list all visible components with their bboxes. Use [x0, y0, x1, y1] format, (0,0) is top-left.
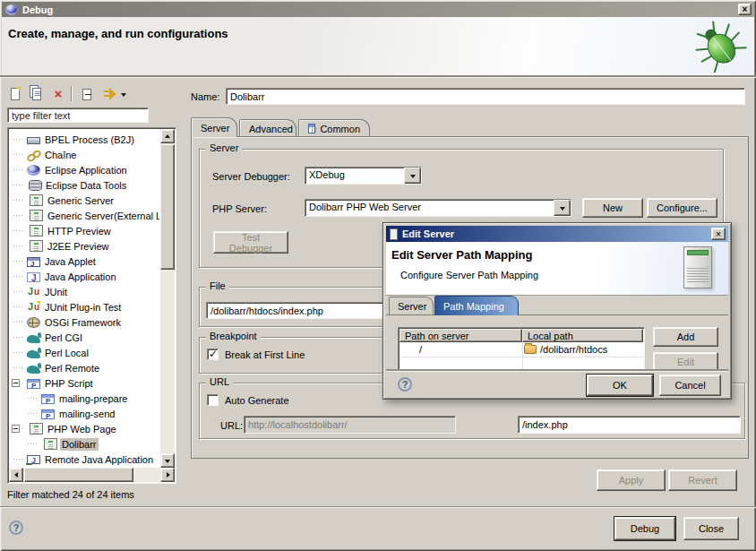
tree-scroll-right-button[interactable]: [160, 468, 175, 482]
edit-mapping-button[interactable]: Edit: [653, 352, 718, 369]
collapse-all-button[interactable]: [77, 85, 97, 103]
tree-item-j2ee-preview[interactable]: J2EE Preview: [9, 238, 159, 254]
url-path-input[interactable]: [518, 416, 741, 434]
tree-item-php-web-page[interactable]: PHP Web Page: [9, 421, 159, 436]
tree-item-mailing-prepare[interactable]: mailing-prepare: [9, 391, 159, 406]
tree-item-php-script[interactable]: PHP Script: [9, 375, 159, 391]
collapse-expander-icon[interactable]: [12, 379, 20, 387]
edit-server-close-button[interactable]: ×: [711, 228, 726, 240]
tree-item-generic-server-external-la[interactable]: Generic Server(External La: [9, 208, 159, 223]
tree-item-dolibarr[interactable]: Dolibarr: [9, 436, 159, 452]
filter-input[interactable]: [7, 108, 149, 123]
tree-scroll-down-button[interactable]: [160, 453, 175, 468]
tree-item-eclipse-data-tools[interactable]: Eclipse Data Tools: [9, 177, 159, 193]
tree-item-junit-plug-in-test[interactable]: JUnit Plug-in Test: [9, 299, 159, 314]
chevron-down-icon[interactable]: [404, 168, 421, 184]
file-group-legend: File: [206, 280, 229, 291]
perl-icon: [27, 350, 40, 358]
server-tower-icon: [30, 423, 43, 435]
tree-item-generic-server[interactable]: Generic Server: [9, 193, 159, 208]
tree-item-bpel-process-b2j[interactable]: BPEL Process (B2J): [9, 132, 159, 147]
edit-server-dialog: Edit Server × Edit Server Path Mapping C…: [382, 222, 732, 400]
toolbar-menu-button[interactable]: [118, 85, 129, 103]
edit-server-content: Path on server Local path / /dolibarr/ht…: [386, 315, 728, 369]
window-close-button[interactable]: ×: [738, 4, 752, 15]
column-path-on-server[interactable]: Path on server: [399, 329, 522, 342]
remote-java-icon: [27, 455, 40, 464]
new-config-icon: [11, 88, 20, 100]
server-tower-icon: [44, 438, 57, 450]
break-at-first-line-checkbox[interactable]: [207, 349, 219, 360]
server-tower-graphic: [683, 246, 712, 288]
tree-item-junit[interactable]: JUnit: [9, 284, 159, 299]
auto-generate-label: Auto Generate: [225, 395, 289, 406]
edit-server-tab-path-mapping[interactable]: Path Mapping: [434, 296, 519, 315]
tree-item-eclipse-application[interactable]: Eclipse Application: [9, 162, 159, 177]
edit-server-tab-server[interactable]: Server: [389, 297, 434, 315]
tree-item-osgi-framework[interactable]: OSGi Framework: [9, 314, 159, 330]
test-debugger-button[interactable]: Test Debugger: [213, 231, 288, 254]
revert-button[interactable]: Revert: [668, 469, 737, 491]
cancel-button[interactable]: Cancel: [659, 375, 721, 396]
path-mapping-row[interactable]: / /dolibarr/htdocs: [399, 342, 643, 357]
tree-scroll-left-button[interactable]: [9, 468, 23, 482]
configure-server-button[interactable]: Configure...: [647, 198, 717, 218]
tree-item-perl-cgi[interactable]: Perl CGI: [9, 330, 159, 345]
tab-common[interactable]: Common: [298, 119, 370, 137]
arrow-up-icon: [165, 132, 170, 138]
collapse-all-icon: [82, 89, 91, 100]
auto-generate-checkbox[interactable]: [207, 394, 219, 406]
new-server-button[interactable]: New: [582, 198, 643, 218]
tree-hscroll-thumb[interactable]: [24, 468, 133, 482]
add-mapping-button[interactable]: Add: [653, 327, 718, 347]
eclipse-logo-icon: [5, 4, 18, 15]
tree-item-perl-remote[interactable]: Perl Remote: [9, 360, 159, 375]
server-tower-icon: [30, 210, 43, 221]
tree-vscroll-thumb[interactable]: [160, 144, 175, 270]
arrow-right-icon: [167, 472, 173, 478]
new-config-button[interactable]: [5, 85, 25, 103]
apply-button[interactable]: Apply: [597, 469, 666, 491]
tree-item-java-applet[interactable]: Java Applet: [9, 254, 159, 269]
ok-button[interactable]: OK: [587, 375, 653, 396]
php-server-select[interactable]: Dolibarr PHP Web Server: [305, 199, 571, 217]
edit-server-subheading: Configure Server Path Mapping: [400, 270, 538, 280]
tree-item-java-application[interactable]: Java Application: [9, 269, 159, 284]
tree-item-perl-local[interactable]: Perl Local: [9, 345, 159, 360]
server-group-legend: Server: [206, 142, 242, 153]
arrow-down-icon: [165, 460, 170, 466]
server-tower-icon: [30, 240, 43, 252]
help-button[interactable]: ?: [9, 521, 23, 535]
name-input[interactable]: [226, 88, 745, 105]
arrow-left-icon: [12, 472, 18, 478]
duplicate-config-button[interactable]: [27, 85, 47, 103]
tree-item-mailing-send[interactable]: mailing-send: [9, 406, 159, 421]
tree-scroll-up-button[interactable]: [160, 129, 175, 143]
tree-item-cha-ne[interactable]: Chaîne: [9, 147, 159, 162]
tab-advanced[interactable]: Advanced: [239, 119, 296, 137]
server-debugger-select[interactable]: XDebug: [305, 167, 422, 185]
path-mapping-table[interactable]: Path on server Local path / /dolibarr/ht…: [398, 327, 645, 369]
java-application-icon: [27, 272, 40, 282]
window-titlebar[interactable]: Debug: [2, 2, 754, 17]
filter-configs-button[interactable]: [99, 85, 118, 103]
collapse-expander-icon[interactable]: [12, 425, 20, 433]
edit-server-header: Edit Server Path Mapping Configure Serve…: [386, 242, 728, 296]
banner: Create, manage, and run configurations: [2, 17, 754, 75]
chevron-down-icon[interactable]: [554, 200, 571, 216]
close-button[interactable]: Close: [683, 517, 739, 540]
tab-server[interactable]: Server: [191, 117, 237, 137]
edit-server-titlebar[interactable]: Edit Server: [386, 226, 728, 242]
delete-config-button[interactable]: ×: [48, 85, 68, 103]
edit-server-help-button[interactable]: ?: [398, 377, 412, 392]
bpel-process-icon: [27, 137, 40, 144]
eclipse-application-icon: [27, 165, 40, 176]
debug-button[interactable]: Debug: [614, 517, 675, 540]
tree-item-remote-java-application[interactable]: Remote Java Application: [9, 452, 159, 467]
tree-item-http-preview[interactable]: HTTP Preview: [9, 223, 159, 238]
column-local-path[interactable]: Local path: [522, 329, 643, 342]
filter-icon: [104, 89, 113, 99]
banner-heading: Create, manage, and run configurations: [8, 27, 228, 40]
window-title: Debug: [22, 4, 53, 15]
edit-server-title: Edit Server: [402, 228, 454, 239]
